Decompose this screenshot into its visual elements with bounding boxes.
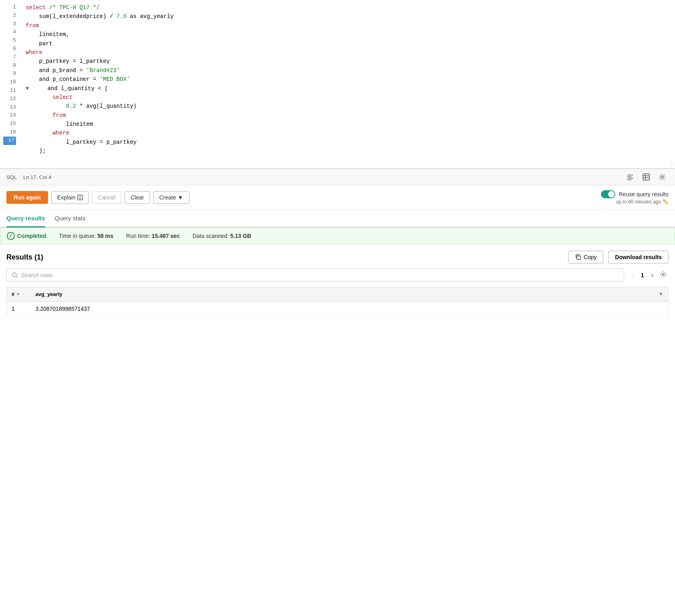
cursor-position: Ln 17, Col 4 [23, 174, 51, 180]
line-number-10: 10 [3, 78, 16, 87]
create-button[interactable]: Create ▼ [153, 191, 189, 204]
line-number-12: 12 [3, 95, 16, 103]
code-line-12: 0.2 * avg(l_quantity) [26, 102, 669, 111]
page-number: 1 [639, 272, 647, 278]
code-line-5: part [26, 39, 669, 48]
query-status-completed: ✓ Completed [7, 232, 46, 240]
code-editor: 1234567891011121314151617 select /* TPC-… [0, 0, 675, 169]
code-line-10: ▼ and l_quantity < ( [26, 84, 669, 93]
code-line-14: lineitem [26, 120, 669, 129]
code-line-6: where [26, 48, 669, 57]
results-table: # ▼ avg_yearly ▼ 13.2087018998571437 [6, 287, 669, 316]
code-line-11: select [26, 93, 669, 102]
svg-rect-4 [643, 174, 649, 180]
cancel-button[interactable]: Cancel [92, 191, 122, 204]
results-section: Results (1) Copy Download results ‹ 1 › [0, 244, 675, 323]
svg-point-13 [663, 273, 665, 275]
search-input[interactable] [21, 272, 619, 278]
col-header-avg-yearly[interactable]: avg_yearly ▼ [31, 287, 669, 302]
tab-query-results[interactable]: Query results [6, 210, 45, 227]
edit-reuse-icon[interactable]: ✏️ [663, 199, 669, 205]
results-header: Results (1) Copy Download results [6, 251, 669, 264]
resize-handle[interactable]: ⟋ [669, 162, 675, 168]
line-number-5: 5 [3, 36, 16, 45]
table-settings-button[interactable] [658, 269, 669, 282]
time-in-queue: Time in queue: 58 ms [59, 233, 113, 239]
cell-avg-yearly: 3.2087018998571437 [31, 302, 669, 316]
settings-button[interactable] [656, 171, 669, 183]
line-number-13: 13 [3, 103, 16, 112]
table-row: 13.2087018998571437 [7, 302, 669, 316]
table-view-button[interactable] [640, 171, 653, 183]
code-line-7: p_partkey = l_partkey [26, 57, 669, 66]
results-title: Results (1) [6, 253, 563, 262]
reuse-query-container: Reuse query results up to 60 minutes ago… [601, 190, 669, 205]
line-number-2: 2 [3, 12, 16, 20]
check-circle-icon: ✓ [7, 232, 15, 240]
line-number-4: 4 [3, 28, 16, 36]
search-box[interactable] [6, 268, 624, 282]
results-tabs: Query results Query stats [0, 210, 675, 227]
svg-point-8 [661, 176, 663, 178]
line-number-17: 17 [3, 137, 16, 145]
run-time: Run time: 15.487 sec [126, 233, 180, 239]
data-scanned: Data scanned: 5.13 GB [193, 233, 251, 239]
line-number-11: 11 [3, 87, 16, 95]
code-line-13: from [26, 111, 669, 120]
search-row: ‹ 1 › [6, 268, 669, 282]
line-number-6: 6 [3, 45, 16, 53]
reuse-sublabel: up to 60 minutes ago ✏️ [616, 199, 669, 205]
line-number-3: 3 [3, 20, 16, 28]
query-status-bar: ✓ Completed Time in queue: 58 ms Run tim… [0, 227, 675, 244]
explain-button[interactable]: Explain [51, 191, 89, 204]
svg-line-12 [16, 276, 18, 278]
code-line-4: lineitem, [26, 30, 669, 39]
reuse-label: Reuse query results [619, 191, 669, 197]
code-line-9: and p_container = 'MED BOX' [26, 75, 669, 84]
filter-icon[interactable]: ▼ [659, 291, 663, 297]
editor-status-bar: SQL Ln 17, Col 4 [0, 169, 675, 185]
code-line-8: and p_brand = 'Brand#23' [26, 66, 669, 75]
line-numbers: 1234567891011121314151617 [0, 3, 19, 165]
line-number-16: 16 [3, 128, 16, 137]
search-icon [12, 272, 18, 278]
code-line-16: l_partkey = p_partkey [26, 138, 669, 147]
code-line-2: sum(l_extendedprice) / 7.0 as avg_yearly [26, 12, 669, 21]
code-line-3: from [26, 21, 669, 30]
sort-icon-num: ▼ [16, 292, 20, 296]
run-again-button[interactable]: Run again [6, 191, 48, 204]
next-page-button[interactable]: › [649, 270, 656, 280]
query-toolbar: Run again Explain Cancel Clear Create ▼ … [0, 185, 675, 210]
clear-button[interactable]: Clear [125, 191, 150, 204]
code-line-1: select /* TPC-H Q17 */ [26, 3, 669, 12]
line-number-15: 15 [3, 120, 16, 128]
code-line-17: ); [26, 147, 669, 155]
line-number-7: 7 [3, 53, 16, 62]
code-content[interactable]: select /* TPC-H Q17 */ sum(l_extendedpri… [19, 3, 675, 165]
line-number-8: 8 [3, 62, 16, 70]
code-line-15: where [26, 129, 669, 137]
svg-point-11 [12, 273, 16, 277]
line-number-1: 1 [3, 3, 16, 12]
svg-rect-10 [577, 256, 581, 260]
language-label: SQL [6, 174, 17, 180]
line-number-9: 9 [3, 70, 16, 78]
tab-query-stats[interactable]: Query stats [55, 210, 86, 227]
line-number-14: 14 [3, 111, 16, 120]
download-results-button[interactable]: Download results [608, 251, 669, 264]
format-button[interactable] [624, 171, 637, 183]
prev-page-button[interactable]: ‹ [629, 270, 636, 280]
col-header-num[interactable]: # ▼ [7, 287, 31, 302]
reuse-toggle[interactable] [601, 190, 615, 198]
copy-button[interactable]: Copy [568, 251, 604, 264]
pagination: ‹ 1 › [629, 269, 669, 282]
cell-row-num: 1 [7, 302, 31, 316]
